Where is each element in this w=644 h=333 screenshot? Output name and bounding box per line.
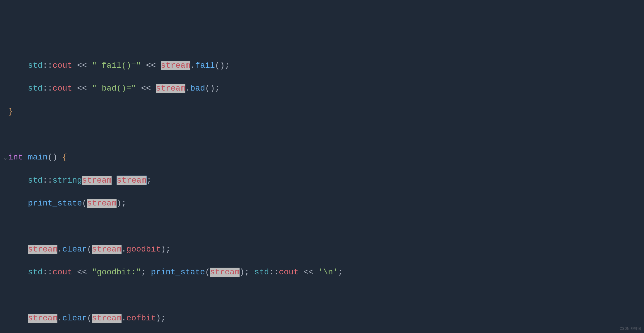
code-line: std::cout << " fail()=" << stream.fail()… <box>0 60 644 71</box>
highlight-stream: stream <box>92 314 122 323</box>
highlight-stream: stream <box>92 245 122 254</box>
highlight-stream: stream <box>210 268 240 277</box>
highlight-stream-selected: stream <box>117 176 147 185</box>
code-line: std::stringstream stream; <box>0 175 644 186</box>
highlight-stream: stream <box>87 199 117 208</box>
code-line: std::cout << " bad()=" << stream.bad(); <box>0 83 644 94</box>
code-line-empty <box>0 290 644 301</box>
highlight-stream: stream <box>156 84 185 93</box>
code-line-empty <box>0 221 644 232</box>
code-line: stream.clear(stream.eofbit); <box>0 312 644 324</box>
keyword-int: int <box>8 153 23 162</box>
code-line: } <box>0 106 644 117</box>
function-main: main <box>23 153 47 162</box>
close-brace: } <box>8 107 13 116</box>
highlight-stream: stream <box>161 61 190 70</box>
watermark-text: CSDN @徘徊 <box>619 326 641 331</box>
highlight-stream: stream <box>82 176 112 185</box>
highlight-stream: stream <box>28 245 57 254</box>
highlight-stream: stream <box>28 314 57 323</box>
code-line: print_state(stream); <box>0 198 644 209</box>
code-line: ⌄int main() { <box>0 152 644 163</box>
code-line: stream.clear(stream.goodbit); <box>0 244 644 255</box>
fold-chevron-icon[interactable]: ⌄ <box>4 154 7 161</box>
code-editor[interactable]: std::cout << " fail()=" << stream.fail()… <box>0 48 644 333</box>
code-line: std::cout << "goodbit:"; print_state(str… <box>0 266 644 278</box>
namespace-token: std <box>28 61 42 70</box>
code-line-empty <box>0 129 644 140</box>
